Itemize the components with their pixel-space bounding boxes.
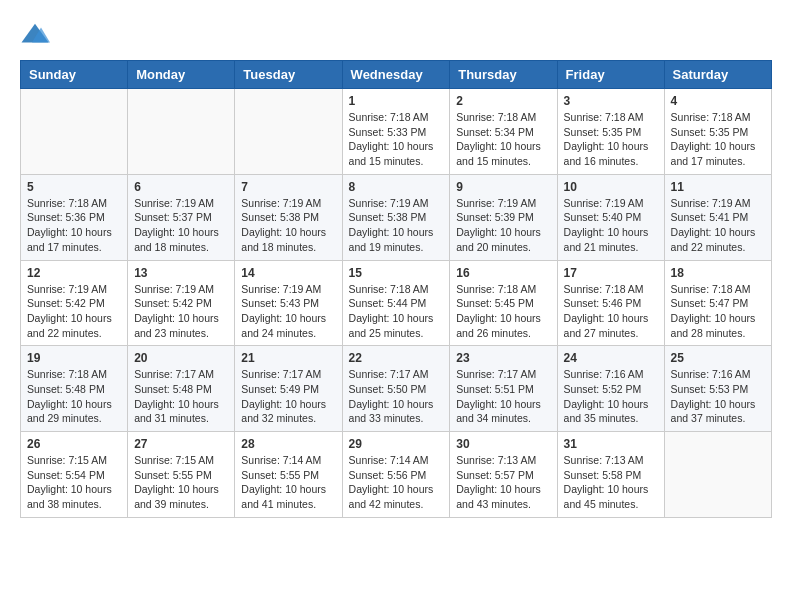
day-info: Sunrise: 7:16 AM Sunset: 5:52 PM Dayligh…: [564, 367, 658, 426]
calendar-cell: 7Sunrise: 7:19 AM Sunset: 5:38 PM Daylig…: [235, 174, 342, 260]
calendar-cell: [21, 89, 128, 175]
day-number: 6: [134, 180, 228, 194]
calendar-cell: 25Sunrise: 7:16 AM Sunset: 5:53 PM Dayli…: [664, 346, 771, 432]
calendar-cell: 22Sunrise: 7:17 AM Sunset: 5:50 PM Dayli…: [342, 346, 450, 432]
calendar-cell: 10Sunrise: 7:19 AM Sunset: 5:40 PM Dayli…: [557, 174, 664, 260]
day-info: Sunrise: 7:18 AM Sunset: 5:35 PM Dayligh…: [564, 110, 658, 169]
day-info: Sunrise: 7:17 AM Sunset: 5:51 PM Dayligh…: [456, 367, 550, 426]
calendar-cell: 8Sunrise: 7:19 AM Sunset: 5:38 PM Daylig…: [342, 174, 450, 260]
calendar-header-row: SundayMondayTuesdayWednesdayThursdayFrid…: [21, 61, 772, 89]
day-number: 16: [456, 266, 550, 280]
calendar-week-row: 1Sunrise: 7:18 AM Sunset: 5:33 PM Daylig…: [21, 89, 772, 175]
day-number: 11: [671, 180, 765, 194]
column-header-tuesday: Tuesday: [235, 61, 342, 89]
day-number: 4: [671, 94, 765, 108]
calendar-cell: [664, 432, 771, 518]
day-number: 17: [564, 266, 658, 280]
calendar-cell: 19Sunrise: 7:18 AM Sunset: 5:48 PM Dayli…: [21, 346, 128, 432]
day-info: Sunrise: 7:18 AM Sunset: 5:36 PM Dayligh…: [27, 196, 121, 255]
calendar-cell: 16Sunrise: 7:18 AM Sunset: 5:45 PM Dayli…: [450, 260, 557, 346]
calendar-cell: 6Sunrise: 7:19 AM Sunset: 5:37 PM Daylig…: [128, 174, 235, 260]
day-number: 30: [456, 437, 550, 451]
day-info: Sunrise: 7:19 AM Sunset: 5:37 PM Dayligh…: [134, 196, 228, 255]
calendar-cell: 31Sunrise: 7:13 AM Sunset: 5:58 PM Dayli…: [557, 432, 664, 518]
calendar-week-row: 19Sunrise: 7:18 AM Sunset: 5:48 PM Dayli…: [21, 346, 772, 432]
calendar-cell: 27Sunrise: 7:15 AM Sunset: 5:55 PM Dayli…: [128, 432, 235, 518]
day-info: Sunrise: 7:19 AM Sunset: 5:42 PM Dayligh…: [134, 282, 228, 341]
calendar-cell: 3Sunrise: 7:18 AM Sunset: 5:35 PM Daylig…: [557, 89, 664, 175]
calendar-cell: 21Sunrise: 7:17 AM Sunset: 5:49 PM Dayli…: [235, 346, 342, 432]
calendar-cell: 13Sunrise: 7:19 AM Sunset: 5:42 PM Dayli…: [128, 260, 235, 346]
day-number: 7: [241, 180, 335, 194]
day-number: 28: [241, 437, 335, 451]
calendar-cell: 12Sunrise: 7:19 AM Sunset: 5:42 PM Dayli…: [21, 260, 128, 346]
calendar-table: SundayMondayTuesdayWednesdayThursdayFrid…: [20, 60, 772, 518]
day-info: Sunrise: 7:19 AM Sunset: 5:39 PM Dayligh…: [456, 196, 550, 255]
day-info: Sunrise: 7:17 AM Sunset: 5:48 PM Dayligh…: [134, 367, 228, 426]
day-info: Sunrise: 7:18 AM Sunset: 5:34 PM Dayligh…: [456, 110, 550, 169]
day-info: Sunrise: 7:19 AM Sunset: 5:38 PM Dayligh…: [349, 196, 444, 255]
day-info: Sunrise: 7:13 AM Sunset: 5:57 PM Dayligh…: [456, 453, 550, 512]
day-number: 31: [564, 437, 658, 451]
column-header-friday: Friday: [557, 61, 664, 89]
page-header: [20, 20, 772, 50]
day-number: 5: [27, 180, 121, 194]
day-number: 8: [349, 180, 444, 194]
day-number: 3: [564, 94, 658, 108]
calendar-cell: 30Sunrise: 7:13 AM Sunset: 5:57 PM Dayli…: [450, 432, 557, 518]
day-number: 25: [671, 351, 765, 365]
column-header-thursday: Thursday: [450, 61, 557, 89]
day-number: 23: [456, 351, 550, 365]
calendar-cell: 4Sunrise: 7:18 AM Sunset: 5:35 PM Daylig…: [664, 89, 771, 175]
day-info: Sunrise: 7:18 AM Sunset: 5:44 PM Dayligh…: [349, 282, 444, 341]
day-info: Sunrise: 7:17 AM Sunset: 5:50 PM Dayligh…: [349, 367, 444, 426]
calendar-cell: [235, 89, 342, 175]
calendar-cell: 23Sunrise: 7:17 AM Sunset: 5:51 PM Dayli…: [450, 346, 557, 432]
logo-icon: [20, 20, 50, 50]
day-number: 2: [456, 94, 550, 108]
calendar-cell: 26Sunrise: 7:15 AM Sunset: 5:54 PM Dayli…: [21, 432, 128, 518]
day-number: 29: [349, 437, 444, 451]
logo: [20, 20, 54, 50]
day-info: Sunrise: 7:15 AM Sunset: 5:55 PM Dayligh…: [134, 453, 228, 512]
day-info: Sunrise: 7:19 AM Sunset: 5:43 PM Dayligh…: [241, 282, 335, 341]
calendar-cell: 20Sunrise: 7:17 AM Sunset: 5:48 PM Dayli…: [128, 346, 235, 432]
day-number: 12: [27, 266, 121, 280]
day-info: Sunrise: 7:16 AM Sunset: 5:53 PM Dayligh…: [671, 367, 765, 426]
day-info: Sunrise: 7:18 AM Sunset: 5:45 PM Dayligh…: [456, 282, 550, 341]
calendar-cell: 15Sunrise: 7:18 AM Sunset: 5:44 PM Dayli…: [342, 260, 450, 346]
day-number: 13: [134, 266, 228, 280]
day-info: Sunrise: 7:18 AM Sunset: 5:46 PM Dayligh…: [564, 282, 658, 341]
day-number: 24: [564, 351, 658, 365]
calendar-cell: [128, 89, 235, 175]
calendar-cell: 2Sunrise: 7:18 AM Sunset: 5:34 PM Daylig…: [450, 89, 557, 175]
day-number: 26: [27, 437, 121, 451]
day-number: 21: [241, 351, 335, 365]
calendar-cell: 17Sunrise: 7:18 AM Sunset: 5:46 PM Dayli…: [557, 260, 664, 346]
calendar-week-row: 12Sunrise: 7:19 AM Sunset: 5:42 PM Dayli…: [21, 260, 772, 346]
day-number: 15: [349, 266, 444, 280]
day-info: Sunrise: 7:19 AM Sunset: 5:40 PM Dayligh…: [564, 196, 658, 255]
calendar-cell: 1Sunrise: 7:18 AM Sunset: 5:33 PM Daylig…: [342, 89, 450, 175]
day-info: Sunrise: 7:15 AM Sunset: 5:54 PM Dayligh…: [27, 453, 121, 512]
day-info: Sunrise: 7:14 AM Sunset: 5:56 PM Dayligh…: [349, 453, 444, 512]
day-info: Sunrise: 7:18 AM Sunset: 5:33 PM Dayligh…: [349, 110, 444, 169]
calendar-cell: 9Sunrise: 7:19 AM Sunset: 5:39 PM Daylig…: [450, 174, 557, 260]
calendar-cell: 29Sunrise: 7:14 AM Sunset: 5:56 PM Dayli…: [342, 432, 450, 518]
day-number: 1: [349, 94, 444, 108]
calendar-cell: 11Sunrise: 7:19 AM Sunset: 5:41 PM Dayli…: [664, 174, 771, 260]
day-info: Sunrise: 7:13 AM Sunset: 5:58 PM Dayligh…: [564, 453, 658, 512]
day-number: 22: [349, 351, 444, 365]
calendar-week-row: 26Sunrise: 7:15 AM Sunset: 5:54 PM Dayli…: [21, 432, 772, 518]
day-number: 10: [564, 180, 658, 194]
column-header-monday: Monday: [128, 61, 235, 89]
day-info: Sunrise: 7:17 AM Sunset: 5:49 PM Dayligh…: [241, 367, 335, 426]
day-number: 20: [134, 351, 228, 365]
day-number: 19: [27, 351, 121, 365]
day-info: Sunrise: 7:19 AM Sunset: 5:41 PM Dayligh…: [671, 196, 765, 255]
day-number: 27: [134, 437, 228, 451]
calendar-cell: 18Sunrise: 7:18 AM Sunset: 5:47 PM Dayli…: [664, 260, 771, 346]
column-header-sunday: Sunday: [21, 61, 128, 89]
day-number: 18: [671, 266, 765, 280]
day-info: Sunrise: 7:18 AM Sunset: 5:48 PM Dayligh…: [27, 367, 121, 426]
